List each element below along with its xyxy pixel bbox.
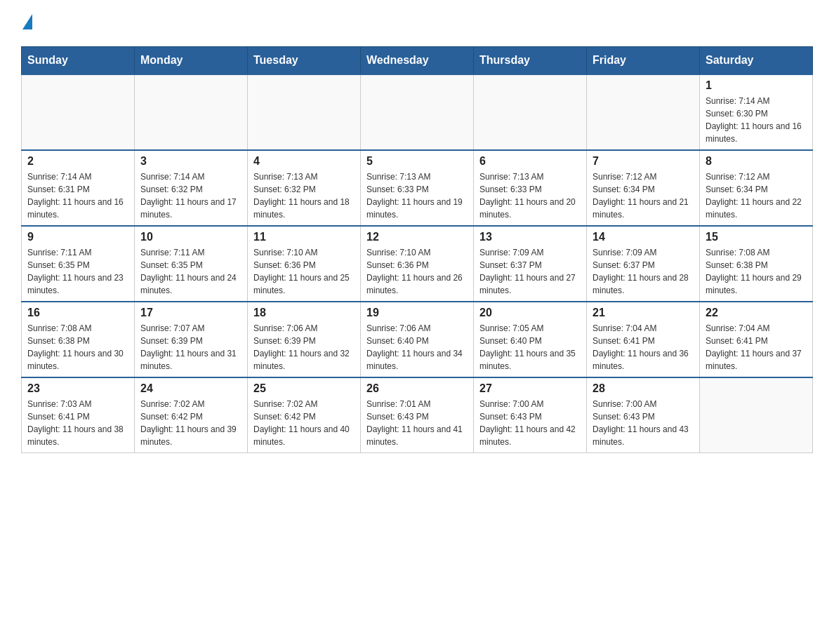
calendar-cell	[361, 74, 474, 150]
day-number: 14	[593, 231, 694, 243]
logo-triangle-icon	[22, 14, 32, 29]
calendar-cell: 16Sunrise: 7:08 AM Sunset: 6:38 PM Dayli…	[22, 302, 135, 377]
day-number: 23	[27, 382, 128, 395]
week-row-2: 2Sunrise: 7:14 AM Sunset: 6:31 PM Daylig…	[22, 150, 813, 226]
calendar-cell: 5Sunrise: 7:13 AM Sunset: 6:33 PM Daylig…	[361, 150, 474, 226]
calendar-cell: 20Sunrise: 7:05 AM Sunset: 6:40 PM Dayli…	[474, 302, 587, 377]
calendar-cell: 22Sunrise: 7:04 AM Sunset: 6:41 PM Dayli…	[700, 302, 813, 377]
calendar-cell: 2Sunrise: 7:14 AM Sunset: 6:31 PM Daylig…	[22, 150, 135, 226]
day-info: Sunrise: 7:11 AM Sunset: 6:35 PM Dayligh…	[27, 246, 128, 297]
day-number: 18	[253, 307, 355, 319]
day-info: Sunrise: 7:06 AM Sunset: 6:40 PM Dayligh…	[366, 322, 468, 373]
day-info: Sunrise: 7:09 AM Sunset: 6:37 PM Dayligh…	[593, 246, 694, 297]
day-number: 7	[593, 155, 694, 168]
day-number: 25	[253, 382, 355, 395]
calendar-table: SundayMondayTuesdayWednesdayThursdayFrid…	[21, 46, 813, 453]
day-info: Sunrise: 7:12 AM Sunset: 6:34 PM Dayligh…	[706, 170, 807, 221]
day-number: 5	[366, 155, 468, 168]
day-number: 8	[706, 155, 807, 168]
day-number: 2	[27, 155, 128, 168]
day-info: Sunrise: 7:10 AM Sunset: 6:36 PM Dayligh…	[253, 246, 355, 297]
day-info: Sunrise: 7:10 AM Sunset: 6:36 PM Dayligh…	[366, 246, 468, 297]
calendar-cell: 18Sunrise: 7:06 AM Sunset: 6:39 PM Dayli…	[248, 302, 361, 377]
day-number: 10	[140, 231, 241, 243]
day-header-friday: Friday	[587, 47, 700, 75]
day-number: 6	[479, 155, 581, 168]
week-row-4: 16Sunrise: 7:08 AM Sunset: 6:38 PM Dayli…	[22, 302, 813, 377]
day-info: Sunrise: 7:14 AM Sunset: 6:32 PM Dayligh…	[140, 170, 241, 221]
day-number: 16	[27, 307, 128, 319]
day-number: 9	[27, 231, 128, 243]
calendar-cell: 7Sunrise: 7:12 AM Sunset: 6:34 PM Daylig…	[587, 150, 700, 226]
day-info: Sunrise: 7:03 AM Sunset: 6:41 PM Dayligh…	[27, 398, 128, 448]
day-info: Sunrise: 7:13 AM Sunset: 6:33 PM Dayligh…	[366, 170, 468, 221]
day-header-tuesday: Tuesday	[248, 47, 361, 75]
day-number: 12	[366, 231, 468, 243]
calendar-cell	[248, 74, 361, 150]
calendar-cell: 25Sunrise: 7:02 AM Sunset: 6:42 PM Dayli…	[248, 377, 361, 453]
week-row-5: 23Sunrise: 7:03 AM Sunset: 6:41 PM Dayli…	[22, 377, 813, 453]
day-info: Sunrise: 7:13 AM Sunset: 6:33 PM Dayligh…	[479, 170, 581, 221]
day-info: Sunrise: 7:14 AM Sunset: 6:30 PM Dayligh…	[706, 95, 807, 145]
day-number: 1	[706, 79, 807, 92]
calendar-cell: 8Sunrise: 7:12 AM Sunset: 6:34 PM Daylig…	[700, 150, 813, 226]
day-number: 13	[479, 231, 581, 243]
calendar-cell: 28Sunrise: 7:00 AM Sunset: 6:43 PM Dayli…	[587, 377, 700, 453]
calendar-cell: 24Sunrise: 7:02 AM Sunset: 6:42 PM Dayli…	[135, 377, 248, 453]
day-number: 19	[366, 307, 468, 319]
day-info: Sunrise: 7:08 AM Sunset: 6:38 PM Dayligh…	[706, 246, 807, 297]
day-number: 11	[253, 231, 355, 243]
day-info: Sunrise: 7:00 AM Sunset: 6:43 PM Dayligh…	[479, 398, 581, 448]
calendar-cell: 17Sunrise: 7:07 AM Sunset: 6:39 PM Dayli…	[135, 302, 248, 377]
calendar-cell: 15Sunrise: 7:08 AM Sunset: 6:38 PM Dayli…	[700, 226, 813, 302]
calendar-cell: 21Sunrise: 7:04 AM Sunset: 6:41 PM Dayli…	[587, 302, 700, 377]
day-info: Sunrise: 7:04 AM Sunset: 6:41 PM Dayligh…	[593, 322, 694, 373]
day-number: 20	[479, 307, 581, 319]
calendar-cell: 6Sunrise: 7:13 AM Sunset: 6:33 PM Daylig…	[474, 150, 587, 226]
day-info: Sunrise: 7:05 AM Sunset: 6:40 PM Dayligh…	[479, 322, 581, 373]
logo	[21, 14, 32, 34]
week-row-3: 9Sunrise: 7:11 AM Sunset: 6:35 PM Daylig…	[22, 226, 813, 302]
day-info: Sunrise: 7:13 AM Sunset: 6:32 PM Dayligh…	[253, 170, 355, 221]
day-number: 22	[706, 307, 807, 319]
calendar-cell	[700, 377, 813, 453]
day-info: Sunrise: 7:11 AM Sunset: 6:35 PM Dayligh…	[140, 246, 241, 297]
calendar-cell: 13Sunrise: 7:09 AM Sunset: 6:37 PM Dayli…	[474, 226, 587, 302]
calendar-cell: 10Sunrise: 7:11 AM Sunset: 6:35 PM Dayli…	[135, 226, 248, 302]
day-info: Sunrise: 7:04 AM Sunset: 6:41 PM Dayligh…	[706, 322, 807, 373]
calendar-cell: 11Sunrise: 7:10 AM Sunset: 6:36 PM Dayli…	[248, 226, 361, 302]
calendar-cell: 1Sunrise: 7:14 AM Sunset: 6:30 PM Daylig…	[700, 74, 813, 150]
day-header-saturday: Saturday	[700, 47, 813, 75]
calendar-cell	[474, 74, 587, 150]
day-header-wednesday: Wednesday	[361, 47, 474, 75]
day-info: Sunrise: 7:06 AM Sunset: 6:39 PM Dayligh…	[253, 322, 355, 373]
day-info: Sunrise: 7:07 AM Sunset: 6:39 PM Dayligh…	[140, 322, 241, 373]
day-info: Sunrise: 7:09 AM Sunset: 6:37 PM Dayligh…	[479, 246, 581, 297]
day-info: Sunrise: 7:00 AM Sunset: 6:43 PM Dayligh…	[593, 398, 694, 448]
day-headers-row: SundayMondayTuesdayWednesdayThursdayFrid…	[22, 47, 813, 75]
calendar-cell: 12Sunrise: 7:10 AM Sunset: 6:36 PM Dayli…	[361, 226, 474, 302]
day-number: 27	[479, 382, 581, 395]
day-number: 3	[140, 155, 241, 168]
day-info: Sunrise: 7:12 AM Sunset: 6:34 PM Dayligh…	[593, 170, 694, 221]
day-info: Sunrise: 7:08 AM Sunset: 6:38 PM Dayligh…	[27, 322, 128, 373]
day-number: 21	[593, 307, 694, 319]
day-number: 28	[593, 382, 694, 395]
calendar-cell: 14Sunrise: 7:09 AM Sunset: 6:37 PM Dayli…	[587, 226, 700, 302]
day-header-thursday: Thursday	[474, 47, 587, 75]
calendar-cell: 19Sunrise: 7:06 AM Sunset: 6:40 PM Dayli…	[361, 302, 474, 377]
day-number: 17	[140, 307, 241, 319]
calendar-cell	[135, 74, 248, 150]
calendar-cell: 27Sunrise: 7:00 AM Sunset: 6:43 PM Dayli…	[474, 377, 587, 453]
page-header	[21, 14, 813, 34]
day-info: Sunrise: 7:01 AM Sunset: 6:43 PM Dayligh…	[366, 398, 468, 448]
calendar-cell	[587, 74, 700, 150]
day-info: Sunrise: 7:02 AM Sunset: 6:42 PM Dayligh…	[140, 398, 241, 448]
day-number: 24	[140, 382, 241, 395]
day-number: 15	[706, 231, 807, 243]
day-number: 26	[366, 382, 468, 395]
day-info: Sunrise: 7:02 AM Sunset: 6:42 PM Dayligh…	[253, 398, 355, 448]
calendar-cell: 3Sunrise: 7:14 AM Sunset: 6:32 PM Daylig…	[135, 150, 248, 226]
week-row-1: 1Sunrise: 7:14 AM Sunset: 6:30 PM Daylig…	[22, 74, 813, 150]
calendar-cell: 23Sunrise: 7:03 AM Sunset: 6:41 PM Dayli…	[22, 377, 135, 453]
